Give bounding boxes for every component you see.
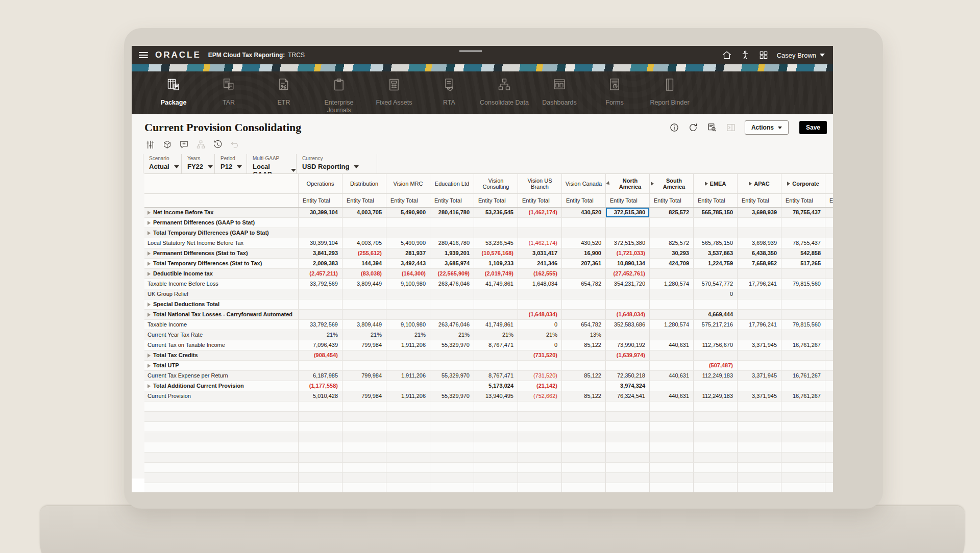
data-cell[interactable]: 53,236,545 bbox=[474, 238, 518, 248]
data-cell[interactable]: 263,476,046 bbox=[430, 279, 474, 289]
data-cell[interactable] bbox=[299, 401, 342, 411]
data-cell[interactable] bbox=[474, 432, 518, 442]
data-cell[interactable]: 41,749,861 bbox=[474, 279, 518, 289]
data-cell[interactable] bbox=[562, 310, 606, 319]
data-cell[interactable] bbox=[650, 422, 694, 432]
data-cell[interactable] bbox=[430, 473, 474, 483]
data-cell[interactable] bbox=[781, 381, 825, 391]
data-cell[interactable] bbox=[342, 453, 386, 462]
data-cell[interactable] bbox=[650, 361, 694, 370]
data-cell[interactable] bbox=[386, 401, 430, 411]
row-label[interactable]: Total Temporary Differences (Stat to Tax… bbox=[144, 259, 299, 268]
data-cell[interactable] bbox=[430, 401, 474, 411]
data-cell[interactable] bbox=[386, 463, 430, 472]
data-cell[interactable] bbox=[694, 483, 738, 492]
data-cell[interactable] bbox=[342, 218, 386, 228]
data-cell[interactable] bbox=[386, 361, 430, 370]
expand-triangle-icon[interactable] bbox=[705, 182, 708, 186]
data-cell[interactable]: 2,009,383 bbox=[299, 259, 342, 268]
data-cell[interactable] bbox=[342, 310, 386, 319]
data-cell[interactable]: 8,767,471 bbox=[474, 340, 518, 350]
data-cell[interactable] bbox=[738, 269, 781, 279]
data-cell[interactable] bbox=[781, 453, 825, 462]
data-cell[interactable] bbox=[694, 463, 738, 472]
data-cell[interactable]: 16,761,267 bbox=[781, 371, 825, 381]
data-cell[interactable]: 565,785,150 bbox=[694, 208, 738, 217]
subheader-entity-total[interactable]: Entity Total bbox=[606, 194, 650, 207]
data-cell[interactable]: (10,576,168) bbox=[474, 248, 518, 258]
hamburger-menu-icon[interactable] bbox=[139, 52, 148, 58]
data-cell[interactable] bbox=[430, 463, 474, 472]
data-cell[interactable]: 7,096,439 bbox=[299, 340, 342, 350]
data-cell[interactable] bbox=[474, 412, 518, 421]
data-cell[interactable] bbox=[694, 269, 738, 279]
data-cell[interactable]: (21,142) bbox=[518, 381, 562, 391]
data-cell[interactable]: 280,416,780 bbox=[430, 238, 474, 248]
data-cell[interactable] bbox=[738, 422, 781, 432]
data-cell[interactable]: 565,785,150 bbox=[694, 238, 738, 248]
data-cell[interactable] bbox=[474, 218, 518, 228]
data-cell[interactable] bbox=[430, 422, 474, 432]
data-cell[interactable] bbox=[474, 473, 518, 483]
data-cell[interactable]: 17,796,241 bbox=[738, 279, 781, 289]
data-cell[interactable] bbox=[781, 289, 825, 299]
data-cell[interactable]: 4,669,444 bbox=[694, 310, 738, 319]
data-cell[interactable]: 55,329,970 bbox=[430, 391, 474, 401]
data-cell[interactable]: 799,984 bbox=[342, 371, 386, 381]
data-cube-icon[interactable] bbox=[162, 140, 172, 149]
data-cell[interactable] bbox=[781, 299, 825, 309]
data-cell[interactable] bbox=[738, 350, 781, 360]
data-cell[interactable] bbox=[781, 350, 825, 360]
data-cell[interactable] bbox=[342, 289, 386, 299]
row-label[interactable] bbox=[144, 422, 299, 432]
data-cell[interactable] bbox=[562, 401, 606, 411]
data-cell[interactable] bbox=[650, 412, 694, 421]
data-cell[interactable]: 799,984 bbox=[342, 391, 386, 401]
data-cell[interactable]: 21% bbox=[518, 330, 562, 340]
data-cell[interactable] bbox=[430, 350, 474, 360]
home-icon[interactable] bbox=[722, 50, 732, 60]
data-cell[interactable] bbox=[738, 361, 781, 370]
data-cell[interactable] bbox=[562, 269, 606, 279]
data-cell[interactable] bbox=[518, 422, 562, 432]
data-cell[interactable]: 1,224,759 bbox=[694, 259, 738, 268]
data-cell[interactable] bbox=[474, 299, 518, 309]
data-cell[interactable] bbox=[650, 299, 694, 309]
data-cell[interactable] bbox=[474, 442, 518, 452]
data-cell[interactable] bbox=[738, 330, 781, 340]
data-cell[interactable] bbox=[430, 442, 474, 452]
data-cell[interactable] bbox=[738, 289, 781, 299]
data-cell[interactable]: 17,796,241 bbox=[738, 320, 781, 330]
data-cell[interactable]: 799,984 bbox=[342, 340, 386, 350]
data-cell[interactable] bbox=[606, 299, 650, 309]
data-cell[interactable] bbox=[694, 330, 738, 340]
data-cell[interactable] bbox=[299, 289, 342, 299]
data-cell[interactable] bbox=[299, 218, 342, 228]
column-header-vision-us-branch[interactable]: Vision US Branch bbox=[518, 174, 562, 193]
data-cell[interactable]: 16,761,267 bbox=[781, 391, 825, 401]
history-icon[interactable] bbox=[213, 140, 223, 149]
data-cell[interactable] bbox=[430, 361, 474, 370]
data-cell[interactable]: 9,100,980 bbox=[386, 320, 430, 330]
data-cell[interactable] bbox=[650, 228, 694, 238]
data-cell[interactable] bbox=[386, 310, 430, 319]
row-label[interactable]: Total Additional Current Provision bbox=[144, 381, 299, 391]
data-cell[interactable] bbox=[694, 442, 738, 452]
data-cell[interactable]: 21% bbox=[386, 330, 430, 340]
ribbon-item-consolidate-data[interactable]: Consolidate Data bbox=[477, 71, 532, 114]
column-header-education-ltd[interactable]: Education Ltd bbox=[430, 174, 474, 193]
ribbon-item-forms[interactable]: Forms bbox=[587, 71, 642, 114]
data-cell[interactable] bbox=[738, 442, 781, 452]
data-cell[interactable] bbox=[474, 453, 518, 462]
data-cell[interactable]: (164,300) bbox=[386, 269, 430, 279]
data-cell[interactable]: 78,755,437 bbox=[781, 208, 825, 217]
data-cell[interactable]: 241,346 bbox=[518, 259, 562, 268]
data-cell[interactable] bbox=[518, 483, 562, 492]
data-cell[interactable]: 1,109,233 bbox=[474, 259, 518, 268]
pov-selector-scenario[interactable]: ScenarioActual bbox=[143, 154, 182, 173]
data-cell[interactable] bbox=[386, 453, 430, 462]
data-cell[interactable]: 1,911,206 bbox=[386, 391, 430, 401]
subheader-entity-total[interactable]: Entity Total bbox=[386, 194, 430, 207]
adjust-sliders-icon[interactable] bbox=[145, 140, 155, 149]
data-cell[interactable]: (1,462,174) bbox=[518, 208, 562, 217]
